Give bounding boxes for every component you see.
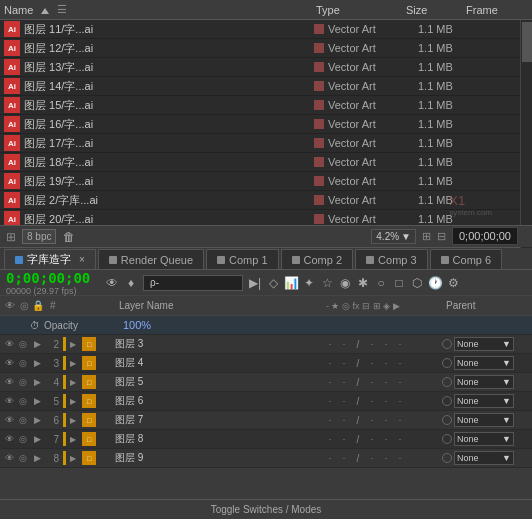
file-row[interactable]: Ai 图层 11/字...ai Vector Art 1.1 MB [0, 20, 532, 39]
tab-close-icon[interactable]: × [79, 254, 85, 265]
layer-edit-icon[interactable]: / [352, 357, 364, 369]
parent-dropdown[interactable]: None ▼ [454, 432, 514, 446]
parent-dropdown[interactable]: None ▼ [454, 451, 514, 465]
layer-eye-icon[interactable]: 👁 [3, 376, 15, 388]
layer-arrow[interactable]: ▶ [70, 340, 80, 349]
layer-eye-icon[interactable]: 👁 [3, 414, 15, 426]
switch-1[interactable]: - [324, 376, 336, 388]
graph-icon[interactable]: 📊 [283, 275, 299, 291]
switch-4[interactable]: - [380, 433, 392, 445]
file-row[interactable]: Ai 图层 14/字...ai Vector Art 1.1 MB [0, 77, 532, 96]
tab-comp-1[interactable]: Comp 1 [206, 249, 279, 269]
settings-icon[interactable]: ⚙ [445, 275, 461, 291]
layer-expand-icon[interactable]: ▶ [31, 357, 43, 369]
parent-pick-whip[interactable] [442, 396, 452, 406]
switch-2[interactable]: - [338, 357, 350, 369]
layer-row[interactable]: 👁 ◎ ▶ 5 ▶ □ 图层 6 - - / - - - None ▼ [0, 392, 532, 411]
layer-solo-icon[interactable]: ◎ [17, 433, 29, 445]
layer-edit-icon[interactable]: / [352, 433, 364, 445]
switch-3[interactable]: - [366, 357, 378, 369]
layer-row[interactable]: 👁 ◎ ▶ 3 ▶ □ 图层 4 - - / - - - None ▼ [0, 354, 532, 373]
file-row[interactable]: Ai 图层 17/字...ai Vector Art 1.1 MB [0, 134, 532, 153]
stopwatch-icon[interactable]: ⏱ [30, 320, 40, 331]
switch-4[interactable]: - [380, 414, 392, 426]
audio-icon[interactable]: ♦ [123, 275, 139, 291]
switch-1[interactable]: - [324, 414, 336, 426]
layer-arrow[interactable]: ▶ [70, 359, 80, 368]
layer-row[interactable]: 👁 ◎ ▶ 6 ▶ □ 图层 7 - - / - - - None ▼ [0, 411, 532, 430]
motion-icon[interactable]: ✦ [301, 275, 317, 291]
shape-icon[interactable]: □ [391, 275, 407, 291]
file-row[interactable]: Ai 图层 19/字...ai Vector Art 1.1 MB [0, 172, 532, 191]
switch-5[interactable]: - [394, 376, 406, 388]
switch-2[interactable]: - [338, 433, 350, 445]
layer-arrow[interactable]: ▶ [70, 416, 80, 425]
file-row[interactable]: Ai 图层 18/字...ai Vector Art 1.1 MB [0, 153, 532, 172]
layer-edit-icon[interactable]: / [352, 338, 364, 350]
switch-2[interactable]: - [338, 395, 350, 407]
tab-comp-2[interactable]: Comp 2 [281, 249, 354, 269]
switch-4[interactable]: - [380, 452, 392, 464]
layer-edit-icon[interactable]: / [352, 452, 364, 464]
layer-arrow[interactable]: ▶ [70, 378, 80, 387]
switch-4[interactable]: - [380, 338, 392, 350]
file-row[interactable]: Ai 图层 16/字...ai Vector Art 1.1 MB [0, 115, 532, 134]
switch-4[interactable]: - [380, 357, 392, 369]
layer-arrow[interactable]: ▶ [70, 397, 80, 406]
switch-2[interactable]: - [338, 414, 350, 426]
file-row[interactable]: Ai 图层 15/字...ai Vector Art 1.1 MB [0, 96, 532, 115]
layer-edit-icon[interactable]: / [352, 395, 364, 407]
parent-pick-whip[interactable] [442, 434, 452, 444]
switch-3[interactable]: - [366, 452, 378, 464]
tab-comp-6[interactable]: Comp 6 [430, 249, 503, 269]
switch-5[interactable]: - [394, 452, 406, 464]
clock-icon[interactable]: 🕐 [427, 275, 443, 291]
switch-1[interactable]: - [324, 452, 336, 464]
switch-2[interactable]: - [338, 376, 350, 388]
switch-3[interactable]: - [366, 338, 378, 350]
grid-icon[interactable]: ⊟ [437, 230, 446, 243]
layer-expand-icon[interactable]: ▶ [31, 452, 43, 464]
null-icon[interactable]: ○ [373, 275, 389, 291]
solo-icon[interactable]: ▶| [247, 275, 263, 291]
tab-comp-3[interactable]: Comp 3 [355, 249, 428, 269]
adjust-icon[interactable]: ⬡ [409, 275, 425, 291]
layer-expand-icon[interactable]: ▶ [31, 414, 43, 426]
layer-eye-icon[interactable]: 👁 [3, 395, 15, 407]
layer-eye-icon[interactable]: 👁 [3, 357, 15, 369]
switch-1[interactable]: - [324, 357, 336, 369]
file-row[interactable]: Ai 图层 2/字库...ai Vector Art 1.1 MB [0, 191, 532, 210]
switch-1[interactable]: - [324, 338, 336, 350]
switch-3[interactable]: - [366, 433, 378, 445]
layer-expand-icon[interactable]: ▶ [31, 338, 43, 350]
switch-5[interactable]: - [394, 414, 406, 426]
parent-pick-whip[interactable] [442, 358, 452, 368]
switch-2[interactable]: - [338, 452, 350, 464]
layer-eye-icon[interactable]: 👁 [3, 338, 15, 350]
parent-pick-whip[interactable] [442, 453, 452, 463]
switch-5[interactable]: - [394, 357, 406, 369]
parent-pick-whip[interactable] [442, 339, 452, 349]
file-scrollbar[interactable] [520, 20, 532, 248]
light-icon[interactable]: ✱ [355, 275, 371, 291]
camera-icon[interactable]: ◉ [337, 275, 353, 291]
layer-solo-icon[interactable]: ◎ [17, 376, 29, 388]
parent-pick-whip[interactable] [442, 415, 452, 425]
layer-edit-icon[interactable]: / [352, 376, 364, 388]
fit-icon[interactable]: ⊞ [422, 230, 431, 243]
parent-dropdown[interactable]: None ▼ [454, 394, 514, 408]
parent-pick-whip[interactable] [442, 377, 452, 387]
layer-expand-icon[interactable]: ▶ [31, 433, 43, 445]
tab-render-queue[interactable]: Render Queue [98, 249, 204, 269]
switch-5[interactable]: - [394, 395, 406, 407]
layer-eye-icon[interactable]: 👁 [3, 452, 15, 464]
switch-5[interactable]: - [394, 433, 406, 445]
tab-字库造字[interactable]: 字库造字 × [4, 249, 96, 269]
layer-solo-icon[interactable]: ◎ [17, 395, 29, 407]
switch-1[interactable]: - [324, 395, 336, 407]
layer-solo-icon[interactable]: ◎ [17, 452, 29, 464]
parent-dropdown[interactable]: None ▼ [454, 337, 514, 351]
switch-5[interactable]: - [394, 338, 406, 350]
parent-dropdown[interactable]: None ▼ [454, 413, 514, 427]
layer-expand-icon[interactable]: ▶ [31, 395, 43, 407]
